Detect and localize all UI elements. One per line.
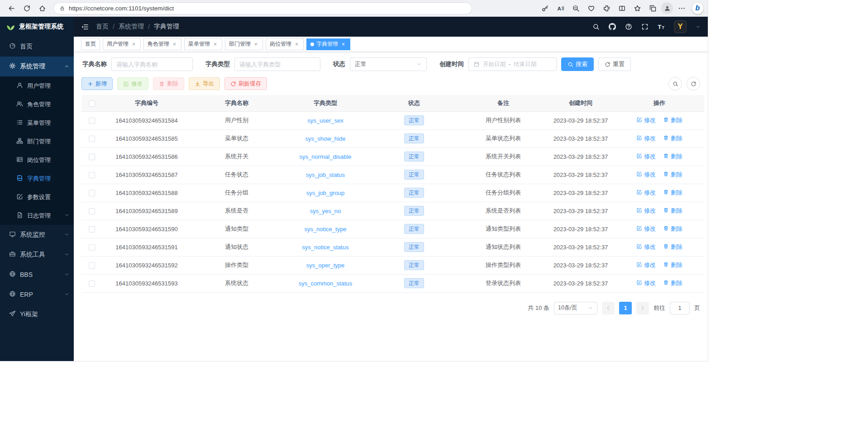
sidebar-item-erp[interactable]: ERP <box>0 285 74 304</box>
profile-avatar[interactable] <box>661 2 673 14</box>
row-edit-button[interactable]: 修改 <box>636 279 656 287</box>
row-edit-button[interactable]: 修改 <box>636 243 656 251</box>
dict-type-link[interactable]: sys_yes_no <box>310 208 341 214</box>
search-icon[interactable] <box>592 23 600 30</box>
row-edit-button[interactable]: 修改 <box>636 134 656 143</box>
split-screen-icon[interactable] <box>615 2 629 14</box>
read-aloud-icon[interactable]: A <box>553 2 567 14</box>
dict-type-link[interactable]: sys_show_hide <box>305 135 346 142</box>
prev-page-button[interactable] <box>602 302 615 314</box>
row-delete-button[interactable]: 删除 <box>663 134 682 143</box>
zoom-icon[interactable] <box>569 2 582 14</box>
github-icon[interactable] <box>609 23 616 30</box>
row-delete-button[interactable]: 删除 <box>663 243 682 251</box>
fullscreen-icon[interactable] <box>641 23 649 30</box>
browser-essentials-icon[interactable] <box>584 2 598 14</box>
row-checkbox[interactable] <box>89 190 95 196</box>
sidebar-item-system[interactable]: 系统管理 <box>0 57 74 76</box>
tab-菜单管理[interactable]: 菜单管理× <box>184 38 222 50</box>
favorites-icon[interactable] <box>630 2 644 14</box>
row-delete-button[interactable]: 删除 <box>663 189 682 197</box>
row-edit-button[interactable]: 修改 <box>636 116 656 124</box>
export-button[interactable]: 导出 <box>189 77 220 90</box>
close-tab-icon[interactable]: × <box>212 41 218 47</box>
user-avatar[interactable]: Y <box>674 20 687 33</box>
close-tab-icon[interactable]: × <box>172 41 177 47</box>
tab-岗位管理[interactable]: 岗位管理× <box>266 38 304 50</box>
tab-用户管理[interactable]: 用户管理× <box>103 38 141 50</box>
tab-字典管理[interactable]: 字典管理× <box>306 38 350 50</box>
next-page-button[interactable] <box>636 302 649 314</box>
sidebar-item-dept[interactable]: 部门管理 <box>0 132 74 151</box>
browser-menu-icon[interactable] <box>675 2 688 14</box>
help-icon[interactable] <box>625 23 632 30</box>
bing-icon[interactable]: b <box>692 3 703 14</box>
app-logo[interactable]: 意框架管理系统 <box>0 17 74 37</box>
select-all-checkbox[interactable] <box>89 100 95 107</box>
home-icon[interactable] <box>35 2 49 14</box>
close-tab-icon[interactable]: × <box>294 41 300 47</box>
row-checkbox[interactable] <box>89 244 95 251</box>
row-edit-button[interactable]: 修改 <box>636 189 656 197</box>
back-icon[interactable] <box>5 2 18 14</box>
toggle-search-button[interactable] <box>668 77 682 90</box>
goto-page-input[interactable] <box>670 302 690 314</box>
dict-type-link[interactable]: sys_normal_disable <box>300 153 352 160</box>
row-delete-button[interactable]: 删除 <box>663 279 682 287</box>
dict-type-link[interactable]: sys_user_sex <box>307 117 343 124</box>
current-page-button[interactable]: 1 <box>619 302 632 314</box>
dict-type-link[interactable]: sys_notice_type <box>304 226 346 233</box>
refresh-icon[interactable] <box>20 2 33 14</box>
page-size-select[interactable]: 10条/页 <box>554 302 597 314</box>
breadcrumb-item[interactable]: 首页 <box>96 23 109 31</box>
row-edit-button[interactable]: 修改 <box>636 207 656 215</box>
sidebar-item-dict[interactable]: 字典管理 <box>0 169 74 188</box>
sidebar-item-user[interactable]: 用户管理 <box>0 76 74 95</box>
row-edit-button[interactable]: 修改 <box>636 171 656 179</box>
collections-icon[interactable] <box>646 2 659 14</box>
row-edit-button[interactable]: 修改 <box>636 225 656 233</box>
address-bar[interactable]: https://ccnetcore.com:1101/system/dict <box>53 2 472 14</box>
row-checkbox[interactable] <box>89 262 95 269</box>
dict-type-link[interactable]: sys_oper_type <box>306 262 345 269</box>
edit-button[interactable]: 修改 <box>117 77 148 90</box>
password-key-icon[interactable] <box>538 2 552 14</box>
sidebar-item-monitor[interactable]: 系统监控 <box>0 225 74 245</box>
row-edit-button[interactable]: 修改 <box>636 261 656 269</box>
delete-button[interactable]: 删除 <box>153 77 184 90</box>
dict-type-input[interactable] <box>234 57 320 71</box>
row-checkbox[interactable] <box>89 118 95 124</box>
dict-type-link[interactable]: sys_notice_status <box>302 244 348 251</box>
row-delete-button[interactable]: 删除 <box>663 152 682 161</box>
dict-type-link[interactable]: sys_common_status <box>299 280 353 287</box>
sidebar-item-home[interactable]: 首页 <box>0 37 74 57</box>
sidebar-item-bbs[interactable]: BBS <box>0 265 74 285</box>
row-checkbox[interactable] <box>89 226 95 233</box>
row-checkbox[interactable] <box>89 208 95 214</box>
close-tab-icon[interactable]: × <box>340 41 346 47</box>
chevron-down-icon[interactable] <box>696 24 701 29</box>
row-delete-button[interactable]: 删除 <box>663 171 682 179</box>
row-delete-button[interactable]: 删除 <box>663 207 682 215</box>
dict-type-link[interactable]: sys_job_group <box>306 190 345 196</box>
refresh-table-button[interactable] <box>687 77 700 90</box>
sidebar-item-yi[interactable]: Yi框架 <box>0 304 74 324</box>
row-checkbox[interactable] <box>89 154 95 160</box>
sidebar-item-post[interactable]: 岗位管理 <box>0 151 74 169</box>
close-tab-icon[interactable]: × <box>253 41 259 47</box>
sidebar-item-log[interactable]: 日志管理 <box>0 206 74 225</box>
sidebar-item-menu[interactable]: 菜单管理 <box>0 114 74 132</box>
date-range-picker[interactable]: 开始日期 - 结束日期 <box>468 57 557 71</box>
row-edit-button[interactable]: 修改 <box>636 152 656 161</box>
font-size-icon[interactable]: TT <box>658 23 665 30</box>
row-delete-button[interactable]: 删除 <box>663 261 682 269</box>
tab-部门管理[interactable]: 部门管理× <box>225 38 263 50</box>
row-checkbox[interactable] <box>89 280 95 287</box>
search-button[interactable]: 搜索 <box>561 57 594 71</box>
dict-name-input[interactable] <box>111 57 193 71</box>
sidebar-item-tool[interactable]: 系统工具 <box>0 245 74 265</box>
row-checkbox[interactable] <box>89 136 95 142</box>
tab-角色管理[interactable]: 角色管理× <box>143 38 181 50</box>
sidebar-toggle-icon[interactable] <box>81 23 89 31</box>
dict-type-link[interactable]: sys_job_status <box>306 171 345 178</box>
